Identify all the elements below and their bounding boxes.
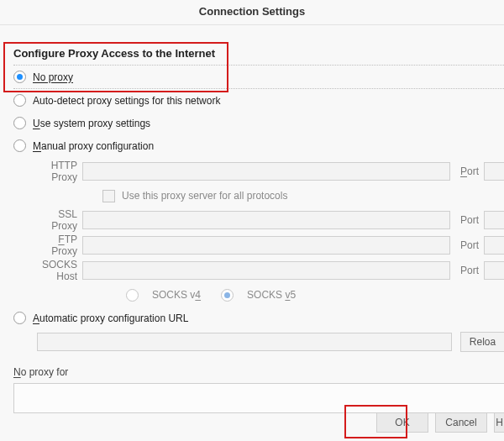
cancel-button[interactable]: Cancel (435, 412, 487, 433)
http-proxy-row: HTTP Proxy Port (37, 159, 504, 184)
option-no-proxy[interactable]: No proxy (13, 66, 504, 88)
dialog-title: Connection Settings (0, 0, 504, 25)
port-label: Port (460, 165, 479, 177)
ftp-proxy-row: FTP Proxy Port (37, 233, 504, 258)
pac-url-input[interactable] (37, 333, 452, 351)
option-pac-url[interactable]: Automatic proxy configuration URL (13, 307, 504, 329)
ftp-proxy-label: FTP Proxy (37, 234, 77, 257)
checkbox-icon (102, 190, 115, 202)
socks-host-input[interactable] (82, 261, 450, 280)
http-proxy-label: HTTP Proxy (37, 160, 77, 183)
reload-button[interactable]: Reloa (460, 332, 504, 352)
radio-icon[interactable] (126, 289, 139, 302)
port-label: Port (460, 265, 479, 276)
help-button[interactable]: H (494, 412, 504, 433)
option-system-proxy[interactable]: Use system proxy settings (13, 112, 504, 134)
option-manual-proxy[interactable]: Manual proxy configuration (13, 134, 504, 157)
ssl-proxy-input[interactable] (82, 211, 450, 229)
share-proxy-row[interactable]: Use this proxy server for all protocols (37, 184, 504, 207)
ftp-port-input[interactable] (484, 236, 504, 255)
radio-icon (13, 139, 26, 152)
no-proxy-for-label: No proxy for (13, 354, 504, 380)
section-header: Configure Proxy Access to the Internet (13, 32, 504, 65)
share-proxy-label: Use this proxy server for all protocols (122, 190, 287, 202)
option-label: Automatic proxy configuration URL (33, 312, 188, 324)
dialog-footer: OK Cancel H (376, 412, 504, 433)
option-auto-detect[interactable]: Auto-detect proxy settings for this netw… (13, 89, 504, 112)
socks-host-label: SOCKS Host (37, 259, 77, 282)
ok-button[interactable]: OK (376, 412, 428, 433)
no-proxy-for-input[interactable] (13, 383, 504, 413)
socks-host-row: SOCKS Host Port (37, 258, 504, 283)
radio-icon (13, 117, 26, 129)
radio-icon[interactable] (221, 289, 234, 302)
ssl-proxy-row: SSL Proxy Port (37, 207, 504, 233)
manual-proxy-fields: HTTP Proxy Port Use this proxy server fo… (13, 157, 504, 307)
option-label: No proxy (33, 71, 73, 83)
http-port-input[interactable] (484, 162, 504, 181)
port-label: Port (460, 214, 479, 226)
option-label: Use system proxy settings (33, 118, 150, 129)
port-label: Port (460, 239, 479, 251)
radio-icon (13, 312, 26, 324)
http-proxy-input[interactable] (82, 162, 450, 181)
option-label: Manual proxy configuration (33, 140, 154, 152)
option-label: Auto-detect proxy settings for this netw… (33, 95, 220, 107)
socks-v5-label: SOCKS v5 (247, 289, 296, 301)
ssl-port-input[interactable] (484, 211, 504, 229)
ftp-proxy-input[interactable] (82, 236, 450, 255)
dialog-content: Configure Proxy Access to the Internet N… (0, 25, 504, 413)
socks-v4-label: SOCKS v4 (152, 289, 201, 301)
radio-icon (13, 94, 26, 107)
radio-icon (13, 71, 26, 83)
ssl-proxy-label: SSL Proxy (37, 208, 77, 232)
socks-version-row: SOCKS v4 SOCKS v5 (37, 283, 504, 307)
pac-input-row: Reloa (13, 329, 504, 354)
socks-port-input[interactable] (484, 261, 504, 280)
